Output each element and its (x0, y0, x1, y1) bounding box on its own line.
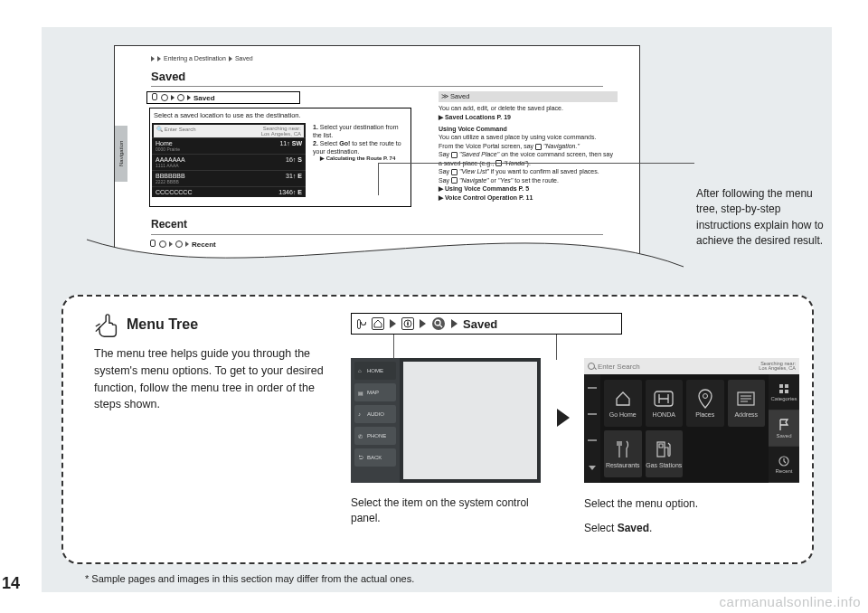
nav-caption-line: . (649, 522, 652, 534)
chevron-right-icon (151, 56, 155, 61)
info-line: to set the route. (513, 177, 559, 184)
scp-main-area (403, 362, 537, 479)
chevron-right-icon (157, 56, 161, 61)
nav-side-categories[interactable]: Categories (769, 374, 799, 410)
svg-rect-12 (779, 384, 783, 388)
ref-page: P. 74 (383, 156, 395, 161)
breadcrumb: Entering a Destination Saved (151, 55, 253, 61)
ref-title: Voice Control Operation (445, 194, 517, 201)
search-loc-value: Los Angeles, CA (261, 131, 301, 137)
page-number: 14 (2, 574, 20, 593)
nav-tile-go-home[interactable]: Go Home (604, 380, 642, 427)
nav-caption-line: Select the menu option. (584, 495, 792, 513)
ref-page: P. 5 (519, 185, 530, 192)
step-bold: Go! (339, 140, 350, 146)
voice-icon (451, 152, 458, 158)
map-icon: ▤ (358, 390, 364, 396)
info-line: or (489, 177, 498, 184)
nav-screen-mock: 🔍 Enter Search Searching near: Los Angel… (152, 123, 306, 197)
svg-rect-13 (785, 384, 788, 388)
manual-page-mock: Entering a Destination Saved Saved Navig… (114, 45, 640, 273)
voice-phrase: "Saved Place" (459, 151, 499, 157)
scp-item-phone[interactable]: ✆PHONE (354, 427, 396, 445)
voice-icon (149, 240, 156, 249)
nav-tile-address[interactable]: Address (728, 380, 766, 427)
back-icon: ⮌ (358, 455, 364, 461)
callout-leader-line (378, 163, 694, 164)
side-tab-navigation: Navigation (115, 126, 127, 182)
scp-item-map[interactable]: ▤MAP (354, 383, 396, 401)
saved-row: CCCCCCCC 1346↑ E (152, 186, 306, 197)
right-info-column: ≫ Saved You can add, edit, or delete the… (439, 91, 618, 202)
step-text: Select (320, 140, 339, 146)
nav-button-icon (401, 317, 414, 330)
chevron-down-icon[interactable] (589, 466, 596, 470)
steps-callout-box: Select a saved location to use as the de… (149, 108, 411, 207)
nav-search[interactable]: Enter Search (588, 363, 640, 371)
chevron-right-icon (171, 95, 175, 100)
scp-label: HOME (367, 368, 383, 373)
row-name: Home (156, 140, 173, 146)
nav-tile-gas[interactable]: Gas Stations (646, 430, 684, 477)
chevron-right-icon (390, 319, 396, 328)
row-sub: 1111 AAAA (156, 163, 179, 168)
voice-phrase: "View List" (459, 168, 489, 174)
system-control-panel-mock: ⌂HOME ▤MAP ♪AUDIO ✆PHONE ⮌BACK (351, 358, 541, 483)
voice-phrase: "Yes" (498, 177, 514, 184)
menu-tree-recent: Recent (149, 240, 216, 249)
nav-destination-mock: Enter Search Searching near:Los Angeles,… (584, 358, 799, 483)
ref-page: P. 11 (519, 194, 533, 201)
nav-caption-line: Select (584, 522, 618, 534)
scp-item-audio[interactable]: ♪AUDIO (354, 405, 396, 423)
step-list: 1. Select your destination from the list… (313, 123, 407, 163)
voice-icon (151, 93, 158, 102)
nav-search-location: Searching near:Los Angeles, CA (759, 362, 796, 372)
side-label: Saved (776, 433, 791, 439)
side-label: Recent (775, 468, 792, 474)
section-heading-recent: Recent (151, 218, 187, 231)
clock-icon (778, 456, 789, 467)
nav-left-bar (584, 374, 600, 483)
nav-caption: Select the menu option. Select Saved. (584, 495, 792, 537)
menu-icon[interactable] (588, 439, 597, 441)
nav-side-saved[interactable]: Saved (769, 410, 799, 447)
voice-icon (535, 144, 542, 150)
menu-tree-box: Saved (146, 91, 300, 104)
svg-rect-15 (785, 390, 788, 393)
chevron-right-icon (169, 241, 173, 247)
search-circle-icon (431, 316, 446, 331)
info-line: Say (439, 151, 451, 157)
instruction-line: Select a saved location to use as the de… (154, 111, 301, 119)
svg-point-5 (703, 394, 707, 399)
menu-tree-bar: Saved (351, 313, 622, 335)
svg-rect-11 (659, 444, 663, 448)
menu-icon[interactable] (588, 413, 597, 415)
watermark: carmanualsonline.info (720, 594, 861, 609)
scp-caption: Select the item on the system control pa… (351, 495, 550, 526)
nav-side-recent[interactable]: Recent (769, 447, 799, 483)
scp-sidebar: ⌂HOME ▤MAP ♪AUDIO ✆PHONE ⮌BACK (351, 358, 400, 483)
nav-tile-restaurants[interactable]: Restaurants (604, 430, 642, 477)
nav-tile-grid: Go Home HONDA Places Address Restaurants… (604, 380, 765, 477)
nav-right-sidebar: Categories Saved Recent (769, 374, 799, 483)
nav-tile-places[interactable]: Places (686, 380, 724, 427)
honda-logo-icon (654, 389, 674, 409)
search-bar: 🔍 Enter Search Searching near: Los Angel… (154, 125, 304, 137)
home-button-icon (372, 317, 384, 330)
pin-icon (695, 389, 715, 409)
recent-instruction: Select an address from a list of your 50… (151, 256, 357, 264)
ref-page: P. 19 (497, 114, 511, 120)
scp-item-home[interactable]: ⌂HOME (354, 362, 396, 380)
nav-caption-bold: Saved (618, 522, 649, 534)
scp-label: MAP (367, 390, 379, 395)
home-icon (613, 389, 633, 409)
step-number: 1. (313, 124, 318, 130)
scp-item-back[interactable]: ⮌BACK (354, 448, 396, 467)
saved-row: BBBBBBB2222 BBBB 31↑ E (152, 170, 306, 186)
nav-tile-honda[interactable]: HONDA (646, 380, 684, 427)
tile-label: Restaurants (606, 462, 640, 468)
row-name: AAAAAAA (156, 156, 185, 163)
menu-icon[interactable] (588, 387, 597, 389)
voice-phrase: "Navigate" (459, 177, 489, 184)
flag-icon (778, 419, 789, 431)
